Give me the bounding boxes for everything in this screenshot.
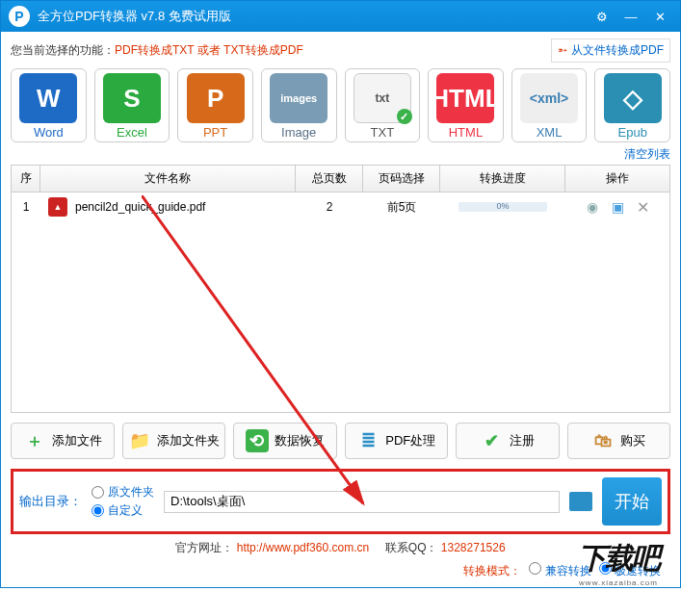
txt-icon: txt bbox=[354, 73, 411, 123]
file-table: 序 文件名称 总页数 页码选择 转换进度 操作 1 ▲ pencil2d_qui… bbox=[11, 165, 670, 413]
format-word[interactable]: WWord bbox=[11, 68, 87, 142]
current-function-name: PDF转换成TXT 或者 TXT转换成PDF bbox=[115, 42, 303, 59]
browse-folder-icon[interactable] bbox=[569, 492, 592, 511]
row-index: 1 bbox=[12, 200, 40, 214]
format-image[interactable]: imagesImage bbox=[261, 68, 337, 142]
settings-icon[interactable]: ⚙ bbox=[589, 7, 615, 26]
current-function-prefix: 您当前选择的功能： bbox=[11, 42, 115, 59]
html-icon: HTML bbox=[436, 73, 494, 123]
convert-from-file-button[interactable]: ➵ 从文件转换成PDF bbox=[551, 38, 670, 63]
minimize-button[interactable]: ― bbox=[618, 7, 643, 26]
bag-icon: 🛍 bbox=[591, 429, 615, 452]
pdf-process-button[interactable]: ≣PDF处理 bbox=[345, 423, 449, 459]
remove-row-icon[interactable]: ✕ bbox=[634, 198, 651, 216]
image-icon: images bbox=[270, 73, 327, 123]
output-path-input[interactable] bbox=[164, 491, 560, 513]
format-epub[interactable]: ◇Epub bbox=[594, 68, 670, 142]
format-buttons: WWord SExcel PPPT imagesImage txtTXT HTM… bbox=[11, 68, 670, 142]
col-pagesel: 页码选择 bbox=[363, 166, 440, 192]
register-button[interactable]: ✔注册 bbox=[456, 423, 560, 459]
contact-qq: 1328271526 bbox=[441, 541, 506, 554]
recovery-icon: ⟲ bbox=[246, 429, 269, 452]
watermark: 下载吧 www.xiazaiba.com bbox=[561, 539, 676, 587]
mode-label: 转换模式： bbox=[463, 563, 521, 579]
official-url[interactable]: http://www.pdf360.com.cn bbox=[237, 541, 369, 554]
folder-plus-icon: 📁 bbox=[128, 429, 151, 452]
table-row[interactable]: 1 ▲ pencil2d_quick_guide.pdf 2 前5页 0% ◉ … bbox=[12, 192, 669, 221]
row-filename: pencil2d_quick_guide.pdf bbox=[75, 200, 205, 214]
output-label: 输出目录： bbox=[19, 493, 82, 510]
xml-icon: <xml> bbox=[520, 73, 578, 123]
col-filename: 文件名称 bbox=[40, 166, 296, 192]
row-pagesel[interactable]: 前5页 bbox=[363, 199, 440, 216]
format-ppt[interactable]: PPPT bbox=[177, 68, 253, 142]
pdf-process-icon: ≣ bbox=[356, 429, 380, 452]
plus-icon: ＋ bbox=[23, 429, 46, 452]
format-html[interactable]: HTMLHTML bbox=[428, 68, 504, 142]
col-pages: 总页数 bbox=[296, 166, 363, 192]
clear-list-link[interactable]: 清空列表 bbox=[624, 147, 670, 161]
word-icon: W bbox=[19, 73, 77, 123]
output-original-radio[interactable]: 原文件夹 bbox=[92, 484, 154, 500]
output-row: 输出目录： 原文件夹 自定义 开始 bbox=[11, 469, 670, 534]
add-file-button[interactable]: ＋添加文件 bbox=[11, 423, 115, 459]
arrow-icon: ➵ bbox=[558, 43, 567, 57]
open-folder-icon[interactable]: ▣ bbox=[609, 198, 626, 216]
data-recovery-button[interactable]: ⟲数据恢复 bbox=[233, 423, 337, 459]
progress-bar: 0% bbox=[458, 202, 547, 212]
start-button[interactable]: 开始 bbox=[602, 477, 662, 526]
col-ops: 操作 bbox=[565, 166, 669, 192]
col-index: 序 bbox=[12, 166, 40, 192]
format-txt[interactable]: txtTXT bbox=[345, 68, 421, 142]
epub-icon: ◇ bbox=[604, 73, 662, 123]
col-progress: 转换进度 bbox=[440, 166, 565, 192]
excel-icon: S bbox=[103, 73, 161, 123]
ppt-icon: P bbox=[187, 73, 245, 123]
app-logo-icon: P bbox=[9, 6, 30, 27]
check-icon: ✔ bbox=[481, 429, 504, 452]
add-folder-button[interactable]: 📁添加文件夹 bbox=[122, 423, 226, 459]
close-button[interactable]: ✕ bbox=[647, 7, 672, 26]
titlebar: P 全方位PDF转换器 v7.8 免费试用版 ⚙ ― ✕ bbox=[1, 1, 680, 32]
window-title: 全方位PDF转换器 v7.8 免费试用版 bbox=[38, 8, 589, 25]
row-pages: 2 bbox=[296, 200, 363, 214]
open-output-icon[interactable]: ◉ bbox=[584, 198, 601, 216]
pdf-file-icon: ▲ bbox=[48, 197, 67, 217]
format-xml[interactable]: <xml>XML bbox=[511, 68, 588, 142]
output-custom-radio[interactable]: 自定义 bbox=[92, 502, 154, 519]
format-excel[interactable]: SExcel bbox=[94, 68, 170, 142]
buy-button[interactable]: 🛍购买 bbox=[567, 423, 671, 459]
